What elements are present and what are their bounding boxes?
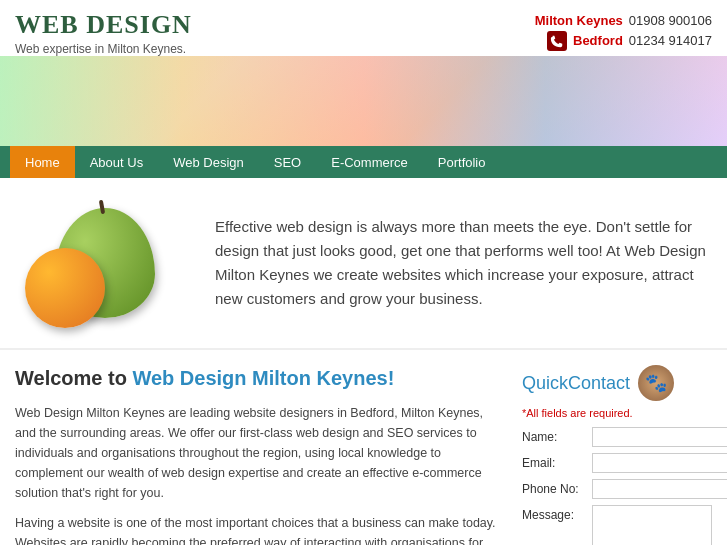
quick-label: Quick [522,373,568,393]
sidebar: QuickContact 🐾 *All fields are required.… [522,365,712,545]
phone-label: Phone No: [522,479,592,496]
logo-subtitle: Web expertise in Milton Keynes. [15,42,192,56]
phone-input[interactable] [592,479,727,499]
contact-row-1: Milton Keynes 01908 900106 [535,13,712,28]
navigation: Home About Us Web Design SEO E-Commerce … [0,146,727,178]
contact-phone-1: 01908 900106 [629,13,712,28]
message-field-row: Message: [522,505,712,545]
header-contact: Milton Keynes 01908 900106 Bedford 01234… [535,13,712,54]
main-section: Welcome to Web Design Milton Keynes! Web… [0,348,727,545]
message-label: Message: [522,505,592,522]
orange-icon [25,248,105,328]
nav-item-webdesign[interactable]: Web Design [158,146,259,178]
email-input[interactable] [592,453,727,473]
phone-icon [547,31,567,51]
nav-item-seo[interactable]: SEO [259,146,316,178]
nav-item-portfolio[interactable]: Portfolio [423,146,501,178]
fruit-illustration [25,198,185,328]
hero-image [15,198,195,328]
logo-title: Web Design [15,10,192,40]
contact-location-2: Bedford [573,33,623,48]
contact-label: Contact [568,373,630,393]
welcome-heading: Welcome to Web Design Milton Keynes! [15,365,502,391]
banner-colorful [0,56,727,146]
nav-item-about[interactable]: About Us [75,146,158,178]
logo-area: Web Design Web expertise in Milton Keyne… [15,10,192,56]
contact-row-2: Bedford 01234 914017 [547,31,712,51]
contact-location-1: Milton Keynes [535,13,623,28]
phone-field-row: Phone No: [522,479,712,499]
email-field-row: Email: [522,453,712,473]
nav-item-ecommerce[interactable]: E-Commerce [316,146,423,178]
email-label: Email: [522,453,592,470]
quick-contact-icon: 🐾 [638,365,674,401]
welcome-plain: Welcome to [15,367,132,389]
name-input[interactable] [592,427,727,447]
hero-section: Effective web design is always more than… [0,178,727,348]
quick-contact-header: QuickContact 🐾 [522,365,712,401]
main-paragraph-1: Web Design Milton Keynes are leading web… [15,403,502,503]
name-label: Name: [522,427,592,444]
main-paragraph-2: Having a website is one of the most impo… [15,513,502,545]
quick-contact-title: QuickContact [522,373,630,394]
name-field-row: Name: [522,427,712,447]
main-content: Welcome to Web Design Milton Keynes! Web… [15,365,502,545]
nav-item-home[interactable]: Home [10,146,75,178]
hero-text: Effective web design is always more than… [195,215,712,311]
banner [0,56,727,146]
message-input[interactable] [592,505,712,545]
contact-phone-2: 01234 914017 [629,33,712,48]
required-note: *All fields are required. [522,407,712,419]
header: Web Design Web expertise in Milton Keyne… [0,0,727,56]
welcome-highlight: Web Design Milton Keynes! [132,367,394,389]
